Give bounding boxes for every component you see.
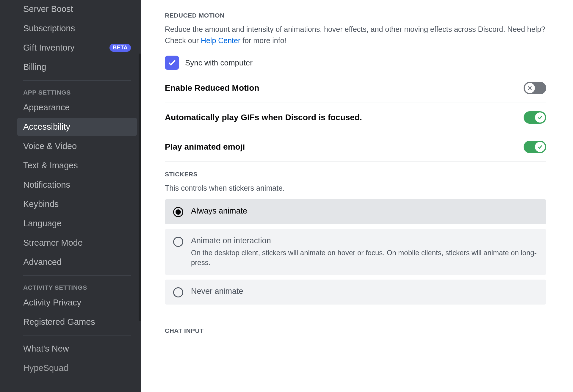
sidebar-item-hypesquad[interactable]: HypeSquad xyxy=(17,359,137,377)
sidebar-header-activity-settings: ACTIVITY SETTINGS xyxy=(17,280,137,294)
radio-sublabel: On the desktop client, stickers will ani… xyxy=(191,248,538,268)
sidebar-divider xyxy=(23,275,131,276)
toggle-row-animated-emoji: Play animated emoji xyxy=(165,132,546,162)
radio-circle xyxy=(173,207,183,217)
sidebar-item-streamer-mode[interactable]: Streamer Mode xyxy=(17,234,137,252)
sidebar-header-app-settings: APP SETTINGS xyxy=(17,85,137,98)
check-icon xyxy=(537,144,543,150)
sidebar-item-notifications[interactable]: Notifications xyxy=(17,176,137,194)
desc-text: for more info! xyxy=(240,36,286,45)
sidebar-item-label: Language xyxy=(23,219,62,228)
sidebar-divider xyxy=(23,335,131,335)
toggle-knob xyxy=(535,112,545,123)
sidebar-item-language[interactable]: Language xyxy=(17,214,137,233)
help-center-link[interactable]: Help Center xyxy=(201,36,240,45)
sidebar-item-label: Notifications xyxy=(23,180,70,190)
sidebar-item-label: Server Boost xyxy=(23,4,73,14)
toggle-animated-emoji[interactable] xyxy=(524,141,546,153)
toggle-label: Enable Reduced Motion xyxy=(165,83,259,93)
sidebar-item-label: Appearance xyxy=(23,103,70,112)
radio-always-animate[interactable]: Always animate xyxy=(165,199,546,224)
sidebar-item-label: Gift Inventory xyxy=(23,43,74,53)
check-icon xyxy=(537,115,543,120)
beta-badge: BETA xyxy=(109,44,131,52)
sidebar-item-label: What's New xyxy=(23,344,69,354)
toggle-label: Play animated emoji xyxy=(165,142,245,152)
sidebar-item-label: Activity Privacy xyxy=(23,298,81,308)
radio-never-animate[interactable]: Never animate xyxy=(165,280,546,305)
checkmark-icon xyxy=(168,59,176,67)
toggle-knob xyxy=(535,142,545,152)
sidebar-item-label: Advanced xyxy=(23,257,62,267)
section-title-stickers: STICKERS xyxy=(165,171,546,178)
stickers-radio-group: Always animate Animate on interaction On… xyxy=(165,199,546,305)
toggle-enable-reduced-motion[interactable] xyxy=(524,82,546,94)
sidebar-item-advanced[interactable]: Advanced xyxy=(17,253,137,271)
sidebar-item-activity-privacy[interactable]: Activity Privacy xyxy=(17,294,137,312)
sidebar-item-label: Billing xyxy=(23,62,46,72)
sidebar-item-subscriptions[interactable]: Subscriptions xyxy=(17,19,137,37)
sidebar-item-appearance[interactable]: Appearance xyxy=(17,98,137,117)
sidebar-scrollbar[interactable] xyxy=(139,0,141,392)
radio-circle xyxy=(173,287,183,297)
scrollbar-thumb[interactable] xyxy=(139,54,141,321)
radio-inner-dot xyxy=(176,209,181,215)
settings-sidebar: Server Boost Subscriptions Gift Inventor… xyxy=(0,0,141,392)
radio-label: Animate on interaction xyxy=(191,236,538,245)
section-desc-reduced-motion: Reduce the amount and intensity of anima… xyxy=(165,24,546,46)
sync-checkbox[interactable] xyxy=(165,56,179,70)
sidebar-item-whats-new[interactable]: What's New xyxy=(17,340,137,358)
sidebar-item-label: Voice & Video xyxy=(23,141,77,151)
sidebar-divider xyxy=(23,80,131,81)
sidebar-item-billing[interactable]: Billing xyxy=(17,58,137,76)
section-desc-stickers: This controls when stickers animate. xyxy=(165,183,546,194)
sidebar-item-gift-inventory[interactable]: Gift Inventory BETA xyxy=(17,39,137,57)
sync-with-computer-row[interactable]: Sync with computer xyxy=(165,56,546,70)
sidebar-item-label: Text & Images xyxy=(23,161,78,170)
toggle-play-gifs[interactable] xyxy=(524,111,546,124)
sidebar-item-voice-video[interactable]: Voice & Video xyxy=(17,137,137,155)
sidebar-item-server-boost[interactable]: Server Boost xyxy=(17,0,137,18)
radio-label: Never animate xyxy=(191,287,243,296)
section-title-reduced-motion: REDUCED MOTION xyxy=(165,12,546,19)
sidebar-item-label: Registered Games xyxy=(23,317,95,327)
sidebar-item-accessibility[interactable]: Accessibility xyxy=(17,118,137,136)
toggle-label: Automatically play GIFs when Discord is … xyxy=(165,113,362,122)
toggle-knob xyxy=(525,83,535,93)
sidebar-item-label: Subscriptions xyxy=(23,23,75,33)
radio-circle xyxy=(173,237,183,247)
toggle-row-play-gifs: Automatically play GIFs when Discord is … xyxy=(165,103,546,132)
x-icon xyxy=(527,85,533,91)
sidebar-item-keybinds[interactable]: Keybinds xyxy=(17,195,137,213)
sidebar-item-label: Keybinds xyxy=(23,199,59,209)
toggle-row-enable-reduced-motion: Enable Reduced Motion xyxy=(165,82,546,103)
sidebar-item-label: Accessibility xyxy=(23,122,70,132)
radio-label: Always animate xyxy=(191,206,247,216)
sidebar-item-text-images[interactable]: Text & Images xyxy=(17,156,137,175)
section-title-chat-input: CHAT INPUT xyxy=(165,327,546,334)
sidebar-item-label: HypeSquad xyxy=(23,363,68,373)
sidebar-item-label: Streamer Mode xyxy=(23,238,83,248)
sync-checkbox-label: Sync with computer xyxy=(185,58,253,68)
settings-content: REDUCED MOTION Reduce the amount and int… xyxy=(141,0,573,392)
radio-animate-on-interaction[interactable]: Animate on interaction On the desktop cl… xyxy=(165,229,546,275)
sidebar-item-registered-games[interactable]: Registered Games xyxy=(17,313,137,331)
